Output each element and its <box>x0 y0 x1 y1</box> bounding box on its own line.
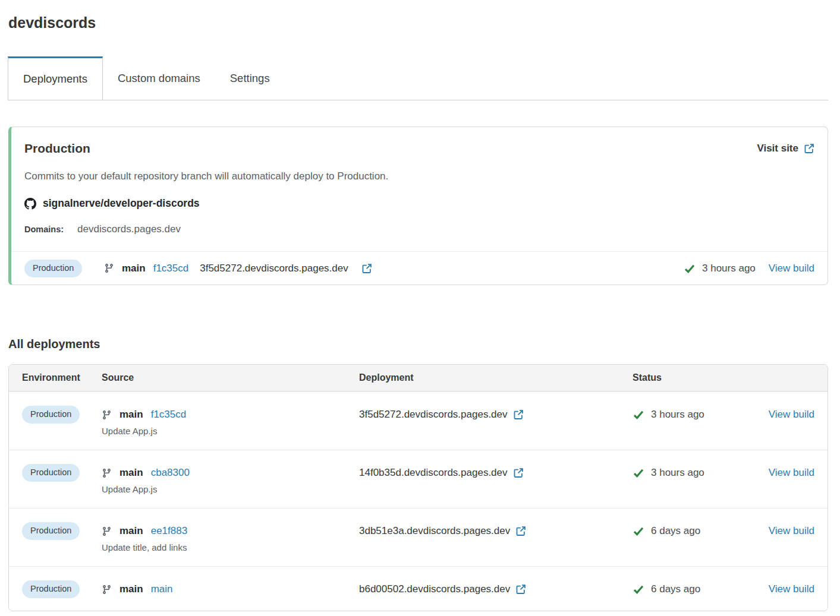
commit-link[interactable]: f1c35cd <box>153 263 189 274</box>
status-time: 3 hours ago <box>651 409 704 421</box>
branch-name: main <box>119 409 143 421</box>
environment-badge: Production <box>22 406 80 424</box>
check-icon <box>633 525 644 537</box>
git-branch-icon <box>102 468 112 478</box>
visit-site-label: Visit site <box>757 143 798 154</box>
check-icon <box>633 583 644 595</box>
page-title: devdiscords <box>8 14 828 31</box>
tab-settings[interactable]: Settings <box>215 56 285 100</box>
view-build-link[interactable]: View build <box>769 467 814 479</box>
deployment-status: 3 hours ago <box>684 263 756 274</box>
branch-name: main <box>119 525 143 537</box>
deployment-status: 3 hours ago <box>633 467 704 479</box>
deployment-url: b6d00502.devdiscords.pages.dev <box>359 583 510 595</box>
git-branch-icon <box>102 585 112 595</box>
deployment-url: 3db51e3a.devdiscords.pages.dev <box>359 525 510 537</box>
commit-link[interactable]: f1c35cd <box>151 409 187 421</box>
view-build-link[interactable]: View build <box>769 525 814 537</box>
deployment-url: 3f5d5272.devdiscords.pages.dev <box>359 409 508 421</box>
commit-link[interactable]: cba8300 <box>151 467 190 479</box>
status-time: 3 hours ago <box>651 467 704 479</box>
column-header-status: Status <box>633 372 745 383</box>
deployment-url: 14f0b35d.devdiscords.pages.dev <box>359 467 508 479</box>
production-deployment-row: Production main f1c35cd 3f5d5272.devdisc… <box>11 251 828 285</box>
environment-badge: Production <box>22 580 80 598</box>
external-link-icon[interactable] <box>515 584 526 595</box>
status-time: 6 days ago <box>651 583 700 595</box>
tab-deployments[interactable]: Deployments <box>8 56 103 100</box>
commit-link[interactable]: main <box>151 583 173 595</box>
deployment-url: 3f5d5272.devdiscords.pages.dev <box>200 263 348 274</box>
visit-site-link[interactable]: Visit site <box>757 143 814 154</box>
commit-message: Update App.js <box>102 425 359 437</box>
deployments-table: Environment Source Deployment Status Pro… <box>8 364 828 611</box>
tab-bar: Deployments Custom domains Settings <box>8 56 828 100</box>
repo-name: signalnerve/developer-discords <box>43 197 200 210</box>
production-card-body: Production Visit site Commits to your de… <box>11 127 828 251</box>
external-link-icon <box>804 143 814 154</box>
status-time: 3 hours ago <box>702 263 756 274</box>
environment-badge: Production <box>22 464 80 482</box>
deployment-status: 6 days ago <box>633 525 700 537</box>
git-branch-icon <box>102 410 112 420</box>
branch-name: main <box>122 263 146 274</box>
table-row: Production main f1c35cd Update App.js 3f… <box>9 391 828 450</box>
tab-custom-domains[interactable]: Custom domains <box>103 56 215 100</box>
tab-custom-domains-label: Custom domains <box>118 72 200 85</box>
external-link-icon[interactable] <box>513 409 524 420</box>
branch-name: main <box>119 583 143 595</box>
github-icon <box>24 198 36 210</box>
commit-message: Update title, add links <box>102 542 359 554</box>
git-branch-icon <box>104 263 114 273</box>
production-description: Commits to your default repository branc… <box>24 170 814 182</box>
table-row: Production main ee1f883 Update title, ad… <box>9 508 828 566</box>
view-build-link[interactable]: View build <box>769 263 814 274</box>
view-build-link[interactable]: View build <box>769 409 814 421</box>
tab-deployments-label: Deployments <box>23 72 87 86</box>
check-icon <box>684 263 696 274</box>
column-header-environment: Environment <box>22 372 102 383</box>
status-time: 6 days ago <box>651 525 700 537</box>
environment-badge: Production <box>22 522 80 540</box>
deployment-status: 6 days ago <box>633 583 700 595</box>
column-header-source: Source <box>102 372 359 383</box>
domains-value: devdiscords.pages.dev <box>77 223 181 235</box>
tab-settings-label: Settings <box>230 72 270 85</box>
git-branch-icon <box>102 526 112 536</box>
check-icon <box>633 467 644 479</box>
commit-link[interactable]: ee1f883 <box>151 525 187 537</box>
external-link-icon[interactable] <box>513 467 524 478</box>
domains-label: Domains: <box>24 225 64 234</box>
commit-message: Update App.js <box>102 484 359 495</box>
external-link-icon[interactable] <box>515 526 526 536</box>
column-header-deployment: Deployment <box>359 372 633 383</box>
pages-project-page: devdiscords Deployments Custom domains S… <box>0 0 840 616</box>
view-build-link[interactable]: View build <box>769 583 814 595</box>
all-deployments-title: All deployments <box>8 337 828 351</box>
environment-badge: Production <box>24 260 82 277</box>
deployment-status: 3 hours ago <box>633 409 704 421</box>
branch-name: main <box>119 467 143 479</box>
check-icon <box>633 409 644 421</box>
table-row: Production main main b6d00502.devdiscord… <box>9 566 828 611</box>
external-link-icon[interactable] <box>361 263 372 274</box>
table-row: Production main cba8300 Update App.js 14… <box>9 450 828 508</box>
production-card-title: Production <box>24 141 90 156</box>
production-card: Production Visit site Commits to your de… <box>8 127 828 285</box>
deployments-table-header: Environment Source Deployment Status <box>9 365 828 391</box>
